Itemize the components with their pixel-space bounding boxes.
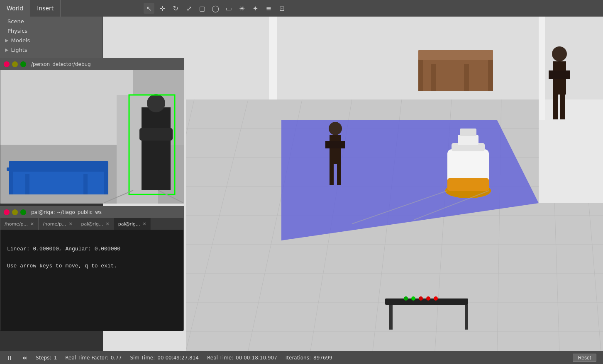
sim-time-value: 00 00:49:27.814 [157, 355, 199, 361]
terminal-line-4: Use arrow keys to move, q to exit. [7, 262, 177, 271]
svg-rect-46 [431, 64, 436, 91]
svg-rect-8 [25, 174, 29, 194]
top-menubar: World Insert ↖ ✛ ↻ ⤢ ▢ ◯ ▭ ☀ ✦ ≡ ⊡ [0, 0, 603, 17]
terminal-title: pal@riga: ~/tiago_public_ws [31, 209, 102, 215]
debug-max-btn[interactable] [20, 61, 26, 67]
sim-time-item: Sim Time: 00 00:49:27.814 [130, 355, 199, 361]
svg-rect-51 [553, 95, 558, 119]
box-icon[interactable]: ▢ [197, 3, 208, 14]
svg-point-13 [147, 94, 165, 112]
models-item[interactable]: ▶ Models [0, 36, 103, 45]
terminal-line-1 [7, 236, 177, 245]
reset-button[interactable]: Reset [573, 354, 596, 362]
svg-rect-66 [389, 305, 393, 330]
svg-rect-6 [9, 170, 13, 194]
svg-rect-43 [418, 50, 493, 60]
terminal-tab-2-close[interactable]: ✕ [68, 221, 72, 227]
steps-value: 1 [54, 355, 57, 361]
step-button[interactable]: ⏭ [22, 355, 27, 361]
rtf-item: Real Time Factor: 0.77 [65, 355, 122, 361]
svg-rect-80 [269, 17, 277, 99]
pause-button[interactable]: ⏸ [7, 354, 12, 361]
menu-tab-insert[interactable]: Insert [30, 0, 61, 17]
sim-time-label: Sim Time: [130, 355, 155, 361]
lines-icon[interactable]: ≡ [263, 3, 274, 14]
translate-icon[interactable]: ✛ [157, 3, 168, 14]
camera-icon[interactable]: ⊡ [276, 3, 287, 14]
svg-rect-55 [325, 141, 345, 148]
terminal-max-btn[interactable] [20, 209, 26, 215]
scene-item[interactable]: Scene [0, 17, 103, 26]
lights-arrow: ▶ [5, 47, 8, 53]
svg-rect-10 [7, 167, 15, 171]
physics-item[interactable]: Physics [0, 26, 103, 36]
cylinder-icon[interactable]: ▭ [223, 3, 234, 14]
terminal-tab-1[interactable]: /home/p... ✕ [0, 218, 39, 230]
debug-content [0, 70, 184, 204]
svg-rect-61 [458, 135, 478, 145]
svg-rect-45 [488, 60, 493, 91]
svg-rect-44 [418, 60, 423, 91]
svg-point-70 [419, 296, 423, 301]
debug-close-btn[interactable] [4, 61, 10, 67]
svg-rect-52 [560, 95, 565, 119]
terminal-content[interactable]: Linear: 0.000000, Angular: 0.000000 Use … [0, 230, 183, 331]
terminal-line-3 [7, 254, 177, 262]
terminal-tab-3-close[interactable]: ✕ [105, 221, 109, 227]
lights-item[interactable]: ▶ Lights [0, 45, 103, 55]
svg-point-53 [329, 122, 342, 135]
iterations-value: 897699 [313, 355, 332, 361]
iterations-item: Iterations: 897699 [286, 355, 332, 361]
svg-rect-11 [99, 167, 107, 171]
terminal-tabs: /home/p... ✕ /home/p... ✕ pal@rig... ✕ p… [0, 218, 183, 230]
svg-rect-9 [83, 174, 88, 194]
svg-point-69 [411, 296, 415, 301]
svg-rect-67 [465, 305, 468, 330]
debug-title: /person_detector/debug [31, 61, 91, 67]
svg-point-71 [426, 296, 430, 301]
real-time-label: Real Time: [207, 355, 233, 361]
svg-point-68 [404, 296, 408, 301]
rtf-label: Real Time Factor: [65, 355, 108, 361]
real-time-item: Real Time: 00 00:18:10.907 [207, 355, 277, 361]
svg-rect-14 [139, 128, 173, 141]
sun-icon[interactable]: ☀ [237, 3, 247, 14]
debug-window: /person_detector/debug [0, 58, 184, 203]
terminal-tab-4[interactable]: pal@rig... ✕ [114, 218, 151, 230]
menu-tab-world[interactable]: World [0, 0, 30, 17]
terminal-tab-3[interactable]: pal@rig... ✕ [77, 218, 114, 230]
sphere-icon[interactable]: ◯ [210, 3, 221, 14]
debug-titlebar: /person_detector/debug [0, 58, 183, 70]
steps-item: Steps: 1 [36, 355, 57, 361]
terminal-close-btn[interactable] [4, 209, 10, 215]
rotate-icon[interactable]: ↻ [170, 3, 181, 14]
terminal-tab-2[interactable]: /home/p... ✕ [39, 218, 77, 230]
rtf-value: 0.77 [111, 355, 122, 361]
steps-label: Steps: [36, 355, 51, 361]
scale-icon[interactable]: ⤢ [183, 3, 194, 14]
select-icon[interactable]: ↖ [144, 3, 154, 14]
svg-rect-12 [142, 107, 171, 190]
terminal-window: pal@riga: ~/tiago_public_ws /home/p... ✕… [0, 206, 184, 330]
statusbar: ⏸ ⏭ Steps: 1 Real Time Factor: 0.77 Sim … [0, 351, 603, 364]
terminal-tab-1-close[interactable]: ✕ [30, 221, 34, 227]
svg-rect-56 [330, 164, 334, 185]
svg-rect-5 [9, 161, 108, 172]
world-panel: Scene Physics ▶ Models ▶ Lights [0, 17, 103, 58]
iterations-label: Iterations: [286, 355, 311, 361]
terminal-tab-4-close[interactable]: ✕ [143, 221, 146, 227]
terminal-line-2: Linear: 0.000000, Angular: 0.000000 [7, 245, 177, 254]
light2-icon[interactable]: ✦ [250, 3, 261, 14]
real-time-value: 00 00:18:10.907 [236, 355, 277, 361]
terminal-min-btn[interactable] [12, 209, 18, 215]
terminal-titlebar: pal@riga: ~/tiago_public_ws [0, 206, 183, 218]
svg-point-48 [552, 46, 567, 61]
svg-point-72 [434, 296, 438, 301]
debug-min-btn[interactable] [12, 61, 18, 67]
svg-rect-42 [418, 58, 493, 91]
svg-rect-47 [464, 64, 469, 91]
models-arrow: ▶ [5, 38, 8, 43]
svg-rect-54 [330, 135, 341, 164]
svg-rect-57 [337, 164, 341, 185]
svg-rect-4 [9, 170, 108, 194]
